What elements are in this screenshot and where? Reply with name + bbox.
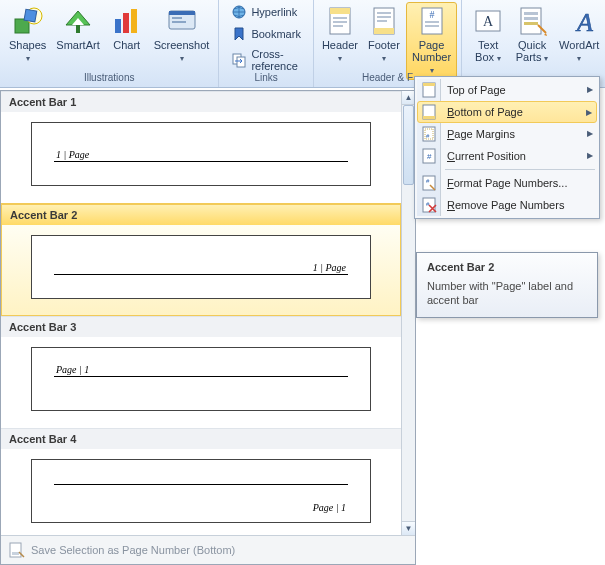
- svg-rect-26: [425, 21, 439, 23]
- page-margins-icon: #: [421, 126, 437, 142]
- svg-rect-23: [377, 20, 387, 22]
- wordart-icon: A: [563, 5, 595, 37]
- gallery-item-preview: 1 | Page: [31, 235, 371, 299]
- scroll-thumb[interactable]: [403, 105, 414, 185]
- menu-current-position[interactable]: # Current Position ▶: [417, 145, 597, 167]
- shapes-button[interactable]: Shapes▾: [4, 2, 51, 68]
- svg-text:A: A: [483, 14, 494, 29]
- footer-icon: [368, 5, 400, 37]
- gallery-item-accent-bar-2[interactable]: Accent Bar 2 1 | Page: [1, 203, 401, 316]
- gallery-footer-label: Save Selection as Page Number (Bottom): [31, 544, 235, 556]
- smartart-button[interactable]: SmartArt: [51, 2, 104, 54]
- ribbon: Shapes▾ SmartArt Chart Screenshot▾: [0, 0, 605, 88]
- gallery-item-title: Accent Bar 4: [1, 428, 401, 449]
- screenshot-label: Screenshot: [154, 39, 210, 51]
- submenu-arrow-icon: ▶: [586, 108, 592, 117]
- screenshot-button[interactable]: Screenshot▾: [149, 2, 215, 68]
- gallery-scrollbar[interactable]: ▲ ▼: [401, 91, 415, 535]
- menu-page-margins[interactable]: # Page Margins ▶: [417, 123, 597, 145]
- svg-rect-16: [333, 17, 347, 19]
- footer-button[interactable]: Footer▾: [362, 2, 406, 68]
- menu-bottom-of-page[interactable]: Bottom of Page ▶: [417, 101, 597, 123]
- shapes-label: Shapes: [9, 39, 46, 51]
- svg-text:A: A: [575, 8, 593, 37]
- svg-rect-10: [172, 21, 186, 23]
- menu-remove-page-numbers[interactable]: # Remove Page Numbers: [417, 194, 597, 216]
- svg-rect-18: [333, 25, 343, 27]
- tooltip-title: Accent Bar 2: [427, 261, 587, 273]
- svg-rect-41: [423, 116, 435, 119]
- svg-rect-37: [12, 552, 19, 555]
- chart-label: Chart: [113, 39, 140, 51]
- format-page-numbers-icon: #: [421, 175, 437, 191]
- hyperlink-icon: [231, 4, 247, 20]
- crossref-icon: [231, 52, 247, 68]
- chart-icon: [111, 5, 143, 37]
- scroll-down-arrow[interactable]: ▼: [402, 521, 415, 535]
- remove-page-numbers-icon: #: [421, 197, 437, 213]
- svg-rect-6: [131, 9, 137, 33]
- group-label-links: Links: [223, 70, 309, 85]
- svg-rect-27: [425, 25, 439, 27]
- group-label-illustrations: Illustrations: [4, 70, 214, 85]
- screenshot-icon: [166, 5, 198, 37]
- svg-rect-30: [521, 8, 541, 34]
- svg-rect-21: [377, 12, 391, 14]
- bookmark-label: Bookmark: [251, 28, 301, 40]
- gallery-scroll-area[interactable]: Accent Bar 1 1 | Page Accent Bar 2 1 | P…: [1, 91, 401, 535]
- svg-rect-15: [330, 8, 350, 14]
- chart-button[interactable]: Chart: [105, 2, 149, 54]
- page-number-button[interactable]: # PageNumber ▾: [406, 2, 457, 80]
- gallery-item-title: Accent Bar 1: [1, 91, 401, 112]
- bookmark-button[interactable]: Bookmark: [227, 24, 305, 44]
- svg-rect-17: [333, 21, 347, 23]
- bottom-of-page-icon: [421, 104, 437, 120]
- page-number-icon: #: [416, 5, 448, 37]
- page-number-menu: Top of Page ▶ Bottom of Page ▶ # Page Ma…: [414, 76, 600, 219]
- gallery-item-accent-bar-3[interactable]: Accent Bar 3 Page | 1: [1, 316, 401, 428]
- gallery-item-title: Accent Bar 3: [1, 316, 401, 337]
- submenu-arrow-icon: ▶: [587, 151, 593, 160]
- page-number-gallery: Accent Bar 1 1 | Page Accent Bar 2 1 | P…: [0, 90, 416, 565]
- menu-top-of-page[interactable]: Top of Page ▶: [417, 79, 597, 101]
- hyperlink-button[interactable]: Hyperlink: [227, 2, 301, 22]
- quickparts-icon: [516, 5, 548, 37]
- menu-format-page-numbers[interactable]: # Format Page Numbers...: [417, 172, 597, 194]
- textbox-label: TextBox: [475, 39, 498, 63]
- top-of-page-icon: [421, 82, 437, 98]
- svg-rect-22: [377, 16, 391, 18]
- submenu-arrow-icon: ▶: [587, 129, 593, 138]
- shapes-icon: [12, 5, 44, 37]
- save-selection-icon: [9, 542, 25, 558]
- tooltip-accent-bar-2: Accent Bar 2 Number with "Page" label an…: [416, 252, 598, 318]
- svg-rect-39: [423, 83, 435, 86]
- gallery-item-preview: Page | 1: [31, 459, 371, 523]
- header-icon: [324, 5, 356, 37]
- smartart-label: SmartArt: [56, 39, 99, 51]
- menu-separator: [445, 169, 595, 170]
- crossref-label: Cross-reference: [251, 48, 301, 72]
- gallery-item-preview: Page | 1: [31, 347, 371, 411]
- header-button[interactable]: Header▾: [318, 2, 362, 68]
- header-label: Header: [322, 39, 358, 51]
- wordart-button[interactable]: A WordArt▾: [554, 2, 604, 68]
- footer-label: Footer: [368, 39, 400, 51]
- svg-rect-33: [524, 22, 538, 25]
- hyperlink-label: Hyperlink: [251, 6, 297, 18]
- submenu-arrow-icon: ▶: [587, 85, 593, 94]
- quickparts-label: QuickParts: [516, 39, 546, 63]
- textbox-button[interactable]: A TextBox ▾: [466, 2, 510, 68]
- smartart-icon: [62, 5, 94, 37]
- quickparts-button[interactable]: QuickParts ▾: [510, 2, 554, 68]
- group-text: A TextBox ▾ QuickParts ▾ A WordArt▾: [462, 0, 605, 87]
- svg-text:#: #: [429, 9, 434, 20]
- svg-rect-9: [172, 17, 182, 19]
- gallery-item-accent-bar-4[interactable]: Accent Bar 4 Page | 1: [1, 428, 401, 535]
- svg-rect-20: [374, 28, 394, 34]
- svg-rect-2: [24, 9, 37, 22]
- gallery-item-accent-bar-1[interactable]: Accent Bar 1 1 | Page: [1, 91, 401, 203]
- svg-rect-3: [76, 25, 80, 33]
- gallery-item-title: Accent Bar 2: [2, 204, 400, 225]
- svg-rect-8: [169, 11, 195, 15]
- page-number-label: PageNumber: [412, 39, 451, 63]
